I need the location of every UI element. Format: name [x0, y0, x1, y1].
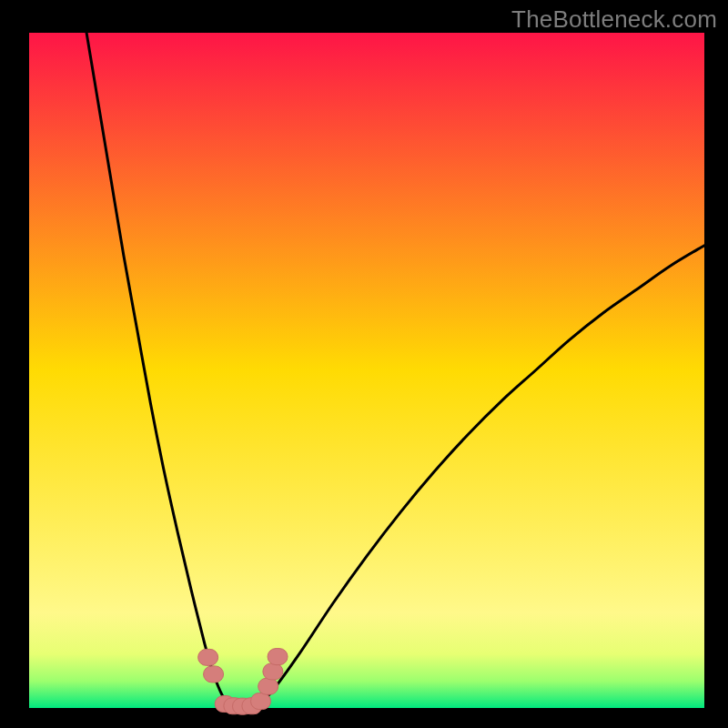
curve-marker [258, 678, 278, 694]
curve-marker [251, 693, 271, 710]
curve-marker [198, 649, 218, 665]
curve-marker [263, 663, 283, 680]
watermark-text: TheBottleneck.com [511, 5, 717, 34]
plot-background [29, 33, 704, 708]
chart-frame: TheBottleneck.com [0, 0, 728, 728]
curve-marker [268, 649, 288, 665]
bottleneck-chart [0, 0, 728, 728]
curve-marker [204, 666, 224, 682]
